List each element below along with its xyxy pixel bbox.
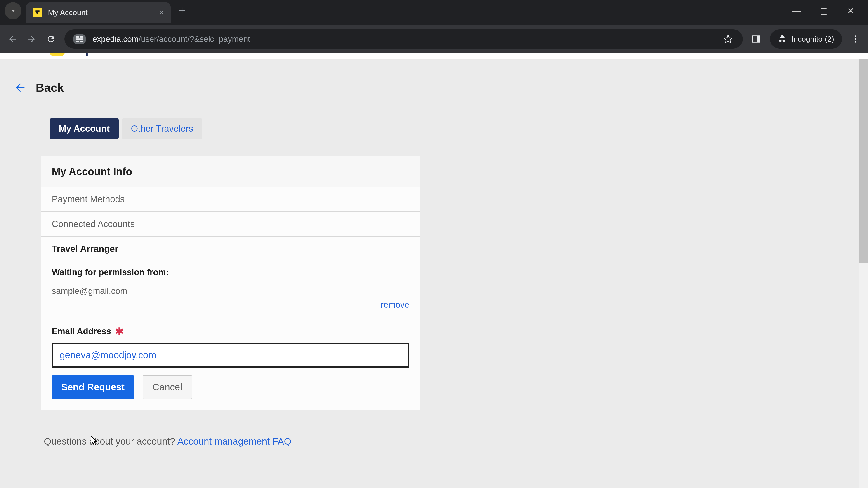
panel-heading: My Account Info [41, 156, 420, 187]
side-panel-icon[interactable] [751, 33, 762, 45]
tab-region: My Account × + [0, 0, 185, 25]
browser-tab-active[interactable]: My Account × [26, 2, 170, 23]
section-title-travel-arranger: Travel Arranger [52, 244, 409, 254]
scrollbar-thumb[interactable] [859, 59, 868, 263]
back-label: Back [36, 81, 64, 94]
maximize-button[interactable]: ▢ [820, 6, 828, 16]
account-panel: My Account Info Payment Methods Connecte… [41, 156, 421, 410]
remove-link[interactable]: remove [52, 300, 409, 310]
arrow-left-icon [13, 81, 27, 94]
site-top-nav: Expedia More travel English List your pr… [0, 53, 868, 59]
panel-section-travel-arranger: Travel Arranger Waiting for permission f… [41, 236, 420, 410]
faq-line: Questions about your account? Account ma… [44, 436, 868, 447]
window-controls: — ▢ ✕ [792, 6, 868, 25]
send-request-button[interactable]: Send Request [52, 376, 134, 399]
svg-point-9 [855, 41, 857, 42]
tab-close-icon[interactable]: × [159, 7, 164, 18]
url-text: expedia.com/user/account/?&selc=payment [92, 34, 250, 44]
svg-rect-6 [757, 36, 760, 42]
svg-rect-2 [76, 38, 84, 40]
email-input-wrap [52, 343, 409, 367]
back-nav-icon[interactable] [7, 33, 18, 45]
svg-rect-0 [76, 36, 79, 37]
svg-rect-3 [76, 41, 79, 42]
email-field-label: Email Address ✱ [52, 326, 409, 337]
forward-nav-icon[interactable] [26, 33, 37, 45]
vertical-scrollbar[interactable] [859, 59, 868, 488]
required-star-icon: ✱ [115, 326, 124, 337]
account-tabs: My Account Other Travelers [50, 118, 868, 139]
minimize-button[interactable]: — [792, 6, 801, 16]
toolbar-right: Incognito (2) [751, 29, 861, 48]
incognito-indicator[interactable]: Incognito (2) [770, 29, 842, 48]
favicon-icon [33, 8, 42, 17]
bookmark-star-icon[interactable] [722, 33, 734, 45]
svg-rect-4 [80, 41, 84, 42]
address-bar: expedia.com/user/account/?&selc=payment … [0, 25, 868, 53]
email-input[interactable] [52, 343, 409, 367]
new-tab-button[interactable]: + [179, 4, 185, 17]
page-body: Back My Account Other Travelers My Accou… [0, 59, 868, 488]
brand-logo[interactable]: Expedia [50, 53, 119, 59]
svg-point-8 [855, 38, 857, 40]
waiting-permission-label: Waiting for permission from: [52, 267, 409, 277]
faq-link[interactable]: Account management FAQ [178, 436, 291, 447]
brand-wordmark: Expedia [69, 53, 119, 56]
button-row: Send Request Cancel [52, 376, 409, 399]
back-link[interactable]: Back [0, 59, 868, 94]
panel-row-payment-methods[interactable]: Payment Methods [41, 187, 420, 212]
panel-row-connected-accounts[interactable]: Connected Accounts [41, 212, 420, 236]
browser-tab-strip: My Account × + — ▢ ✕ [0, 0, 868, 25]
tab-my-account[interactable]: My Account [50, 118, 119, 139]
page-viewport: Expedia More travel English List your pr… [0, 53, 868, 488]
close-window-button[interactable]: ✕ [847, 6, 855, 16]
faq-question-text: Questions about your account? [44, 436, 178, 447]
tab-title: My Account [48, 8, 150, 17]
brand-icon [50, 53, 65, 56]
tab-search-dropdown[interactable] [4, 2, 22, 19]
site-info-icon[interactable] [73, 34, 86, 44]
url-bar[interactable]: expedia.com/user/account/?&selc=payment [64, 29, 743, 48]
svg-point-7 [855, 35, 857, 37]
cancel-button[interactable]: Cancel [143, 376, 192, 399]
svg-rect-1 [80, 36, 84, 37]
kebab-menu-icon[interactable] [850, 33, 861, 45]
reload-icon[interactable] [45, 33, 57, 45]
tab-other-travelers[interactable]: Other Travelers [122, 118, 202, 139]
waiting-permission-email: sample@gmail.com [52, 286, 409, 296]
